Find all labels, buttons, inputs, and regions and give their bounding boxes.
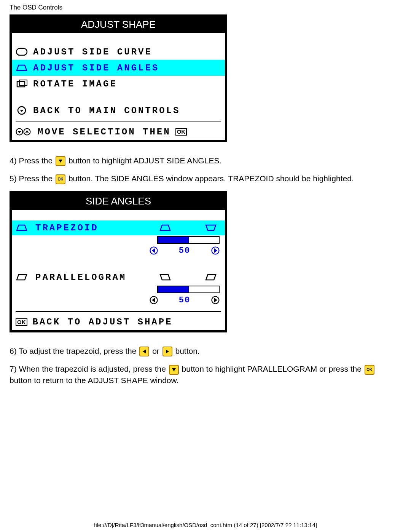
parallelogram-label: PARALLELOGRAM — [35, 272, 150, 283]
parallelogram-right-icon — [205, 273, 217, 281]
divider — [16, 311, 221, 312]
text: button to return to the ADJUST SHAPE win… — [10, 376, 178, 385]
left-arrow-icon[interactable] — [150, 246, 158, 255]
text: or — [152, 347, 162, 355]
text: 7) When the trapezoid is adjusted, press… — [10, 364, 168, 373]
spacer — [12, 259, 225, 270]
osd-title: ADJUST SHAPE — [12, 17, 225, 33]
trapezoid-slider[interactable] — [157, 236, 220, 244]
ok-icon: OK — [175, 128, 187, 136]
right-button-icon — [162, 347, 172, 356]
text: button. — [175, 347, 200, 355]
ok-button-icon: OK — [365, 365, 374, 375]
menu-item-adjust-side-angles[interactable]: ADJUST SIDE ANGLES — [12, 60, 225, 76]
text: button to highlight ADJUST SIDE ANGLES. — [68, 156, 221, 165]
step-7: 7) When the trapezoid is adjusted, press… — [10, 363, 401, 386]
trapezoid-row[interactable]: TRAPEZOID — [12, 220, 225, 235]
osd-adjust-shape: ADJUST SHAPE ADJUST SIDE CURVE ADJUST SI… — [10, 14, 227, 142]
text: button to highlight PARALLELOGRAM or pre… — [182, 364, 364, 373]
svg-rect-2 — [19, 80, 27, 85]
parallelogram-value: 50 — [173, 296, 196, 305]
menu-label: ADJUST SIDE ANGLES — [33, 63, 159, 73]
parallelogram-icon — [16, 273, 28, 281]
text: button. The SIDE ANGLES window appears. … — [68, 174, 354, 183]
down-button-icon — [169, 365, 179, 375]
back-label: BACK TO ADJUST SHAPE — [33, 317, 173, 327]
trapezoid-wide-top-icon — [205, 224, 217, 232]
trapezoid-shape-icons — [150, 224, 221, 232]
up-down-icons — [16, 128, 32, 136]
trapezoid-value: 50 — [173, 246, 196, 256]
page-title: The OSD Controls — [10, 4, 401, 11]
spacer — [12, 210, 225, 220]
svg-rect-0 — [16, 48, 27, 55]
text: 6) To adjust the trapezoid, press the — [10, 347, 139, 355]
parallelogram-slider[interactable] — [157, 286, 220, 293]
back-to-adjust-shape[interactable]: OK BACK TO ADJUST SHAPE — [12, 314, 225, 330]
divider — [16, 121, 221, 121]
text: 4) Press the — [10, 156, 55, 165]
pincushion-icon — [16, 48, 28, 56]
ok-icon: OK — [16, 318, 27, 326]
osd-title: SIDE ANGLES — [12, 193, 225, 210]
trapezoid-narrow-top-icon — [159, 224, 171, 232]
step-4: 4) Press the button to highlight ADJUST … — [10, 155, 401, 166]
hint-label: MOVE SELECTION THEN — [38, 127, 171, 137]
menu-label: ADJUST SIDE CURVE — [33, 47, 152, 57]
rotate-icon — [16, 80, 28, 88]
parallelogram-left-icon — [159, 273, 171, 281]
osd-side-angles: SIDE ANGLES TRAPEZOID — [10, 191, 227, 332]
trapezoid-label: TRAPEZOID — [35, 223, 150, 233]
trapezoid-slider-row: 50 — [12, 235, 225, 259]
menu-item-adjust-side-curve[interactable]: ADJUST SIDE CURVE — [12, 44, 225, 60]
parallelogram-row[interactable]: PARALLELOGRAM — [12, 270, 225, 285]
spacer — [12, 92, 225, 102]
trapezoid-icon — [16, 224, 28, 232]
right-arrow-icon[interactable] — [211, 246, 220, 255]
menu-label: ROTATE IMAGE — [33, 79, 117, 89]
left-button-icon — [139, 347, 149, 356]
ok-button-icon: OK — [56, 174, 65, 184]
trapezoid-icon — [16, 64, 28, 72]
parallelogram-shape-icons — [150, 273, 221, 281]
menu-hint-row: MOVE SELECTION THEN OK — [12, 124, 225, 140]
spacer — [12, 33, 225, 44]
down-circle-icon — [16, 106, 28, 115]
right-arrow-icon[interactable] — [211, 296, 220, 304]
text: 5) Press the — [10, 174, 55, 183]
menu-item-back-main[interactable]: BACK TO MAIN CONTROLS — [12, 102, 225, 118]
svg-rect-1 — [17, 81, 25, 87]
menu-item-rotate-image[interactable]: ROTATE IMAGE — [12, 76, 225, 92]
down-button-icon — [56, 156, 65, 166]
step-5: 5) Press the OK button. The SIDE ANGLES … — [10, 173, 401, 184]
step-6: 6) To adjust the trapezoid, press the or… — [10, 345, 401, 356]
left-arrow-icon[interactable] — [150, 296, 158, 304]
parallelogram-slider-row: 50 — [12, 285, 225, 309]
menu-label: BACK TO MAIN CONTROLS — [33, 105, 180, 116]
